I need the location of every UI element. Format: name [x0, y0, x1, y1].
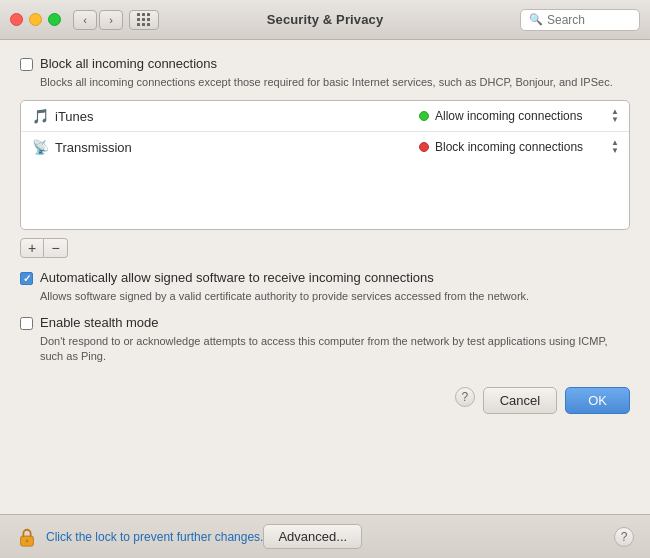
block-all-row: Block all incoming connections: [20, 56, 630, 71]
auto-allow-description: Allows software signed by a valid certif…: [40, 289, 630, 304]
title-bar: ‹ › Security & Privacy 🔍: [0, 0, 650, 40]
app-name-itunes: iTunes: [55, 109, 419, 124]
status-dot-red: [419, 142, 429, 152]
auto-allow-row: ✓ Automatically allow signed software to…: [20, 270, 630, 285]
bottom-help-button[interactable]: ?: [614, 527, 634, 547]
block-all-label: Block all incoming connections: [40, 56, 217, 71]
add-app-button[interactable]: +: [20, 238, 44, 258]
forward-button[interactable]: ›: [99, 10, 123, 30]
auto-allow-checkbox[interactable]: ✓: [20, 272, 33, 285]
itunes-icon: 🎵: [31, 107, 49, 125]
maximize-button[interactable]: [48, 13, 61, 26]
search-input[interactable]: [547, 13, 631, 27]
stealth-mode-row: Enable stealth mode: [20, 315, 630, 330]
main-content: Block all incoming connections Blocks al…: [0, 40, 650, 514]
itunes-status: Allow incoming connections ▲ ▼: [419, 108, 619, 124]
close-button[interactable]: [10, 13, 23, 26]
minimize-button[interactable]: [29, 13, 42, 26]
block-all-checkbox[interactable]: [20, 58, 33, 71]
checkmark-icon: ✓: [23, 274, 31, 284]
add-remove-bar: + −: [20, 238, 630, 258]
search-box[interactable]: 🔍: [520, 9, 640, 31]
dialog-buttons: ? Cancel OK: [20, 375, 630, 428]
transmission-icon: 📡: [31, 138, 49, 156]
stealth-mode-checkbox[interactable]: [20, 317, 33, 330]
grid-view-button[interactable]: [129, 10, 159, 30]
remove-app-button[interactable]: −: [44, 238, 68, 258]
search-icon: 🔍: [529, 13, 543, 26]
advanced-button[interactable]: Advanced...: [263, 524, 362, 549]
cancel-button[interactable]: Cancel: [483, 387, 557, 414]
stealth-mode-label: Enable stealth mode: [40, 315, 159, 330]
firewall-table: 🎵 iTunes Allow incoming connections ▲ ▼ …: [20, 100, 630, 230]
table-row: 🎵 iTunes Allow incoming connections ▲ ▼: [21, 101, 629, 132]
nav-buttons: ‹ ›: [73, 10, 123, 30]
grid-icon: [137, 13, 151, 27]
table-row: 📡 Transmission Block incoming connection…: [21, 132, 629, 162]
itunes-stepper[interactable]: ▲ ▼: [611, 108, 619, 124]
lock-icon[interactable]: [16, 526, 38, 548]
traffic-lights: [10, 13, 61, 26]
help-button[interactable]: ?: [455, 387, 475, 407]
transmission-status-label: Block incoming connections: [435, 140, 599, 154]
lock-area[interactable]: Click the lock to prevent further change…: [16, 526, 263, 548]
back-button[interactable]: ‹: [73, 10, 97, 30]
window-title: Security & Privacy: [267, 12, 384, 27]
lock-text[interactable]: Click the lock to prevent further change…: [46, 530, 263, 544]
itunes-status-label: Allow incoming connections: [435, 109, 599, 123]
ok-button[interactable]: OK: [565, 387, 630, 414]
stealth-mode-description: Don't respond to or acknowledge attempts…: [40, 334, 630, 365]
auto-allow-label: Automatically allow signed software to r…: [40, 270, 434, 285]
svg-point-1: [26, 539, 29, 542]
bottom-bar: Click the lock to prevent further change…: [0, 514, 650, 558]
transmission-stepper[interactable]: ▲ ▼: [611, 139, 619, 155]
status-dot-green: [419, 111, 429, 121]
block-all-description: Blocks all incoming connections except t…: [40, 75, 630, 90]
transmission-status: Block incoming connections ▲ ▼: [419, 139, 619, 155]
app-name-transmission: Transmission: [55, 140, 419, 155]
